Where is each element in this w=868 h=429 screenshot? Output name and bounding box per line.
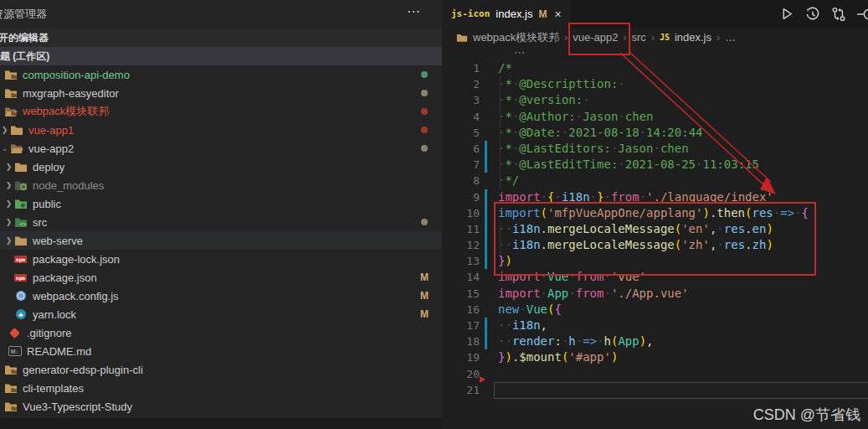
- code-line-2[interactable]: 2·*·@Descripttion:·: [442, 76, 868, 92]
- tree-item-Vue3-Typescript-Study[interactable]: Vue3-Typescript-Study: [0, 397, 442, 416]
- tab-indexjs[interactable]: js-icon index.js M ×: [442, 0, 571, 28]
- code-line-8[interactable]: 8·*/: [442, 173, 868, 189]
- code-line-17[interactable]: 17··i18n,: [442, 318, 868, 333]
- line-number: 8: [442, 173, 480, 189]
- code-line-14[interactable]: 14import·Vue·from·'vue': [442, 269, 868, 285]
- code-line-4[interactable]: 4·*·@Author:·Jason·chen: [442, 109, 868, 125]
- code-line-10[interactable]: 10import('mfpVueAppOne/applang').then(re…: [442, 205, 868, 221]
- git-status-dot: [421, 90, 428, 96]
- tree-item-composition-api-demo[interactable]: composition-api-demo: [0, 65, 442, 84]
- breadcrumb-item-src[interactable]: src: [632, 31, 646, 44]
- breadcrumb-item-vue-app2[interactable]: vue-app2: [573, 31, 618, 44]
- code-line-1[interactable]: 1/*: [442, 60, 868, 76]
- more-actions-icon[interactable]: ⋯: [407, 3, 421, 19]
- tree-item-src[interactable]: ❯<>src: [0, 213, 442, 231]
- tree-item-package-lock.json[interactable]: npmpackage-lock.json: [0, 250, 442, 268]
- tree-item-cli-templates[interactable]: cli-templates: [0, 379, 442, 397]
- chevron-right-icon[interactable]: ❯: [0, 126, 9, 134]
- gutter-change-bar: [485, 205, 487, 221]
- tree-item-deploy[interactable]: ❯deploy: [0, 158, 442, 176]
- tree-item-mxgraph-easyeditor[interactable]: mxgraph-easyeditor: [0, 84, 442, 102]
- tree-item-yarn.lock[interactable]: yarn.lockM: [0, 305, 442, 323]
- line-number: 11: [442, 221, 480, 237]
- chevron-right-icon[interactable]: ❯: [4, 163, 13, 171]
- chevron-right-icon[interactable]: ❯: [4, 236, 13, 245]
- git-status-dot: [421, 145, 428, 152]
- code-line-15[interactable]: 15import·App·from·'./App.vue': [442, 286, 868, 302]
- folder-icon: [9, 124, 23, 136]
- breadcrumb-item-file[interactable]: index.js: [675, 31, 711, 44]
- tree-item-webpack.config.js[interactable]: webpack.config.jsM: [0, 287, 442, 305]
- git-status-dot: [421, 108, 428, 115]
- timeline-icon[interactable]: [805, 7, 820, 22]
- breadcrumb-separator: ›: [651, 32, 655, 44]
- git-status-dot: [421, 71, 428, 78]
- folder-root-icon: [3, 69, 18, 80]
- tree-item-label: package.json: [33, 271, 97, 284]
- tree-item-label: composition-api-demo: [23, 69, 130, 81]
- tree-item-webpack[interactable]: webpack模块联邦: [0, 102, 442, 121]
- breadcrumb-item-project[interactable]: webpack模块联邦: [473, 30, 559, 45]
- gutter-change-bar: [485, 109, 487, 125]
- code-line-5[interactable]: 5·*·@Date:·2021-08-18·14:20:44: [442, 125, 868, 141]
- line-number: 5: [442, 125, 480, 141]
- code-line-6[interactable]: 6·*·@LastEditors:·Jason·chen: [442, 141, 868, 157]
- tree-item-vue-app1[interactable]: ❯vue-app1: [0, 121, 442, 139]
- chevron-right-icon[interactable]: ❯: [4, 199, 13, 208]
- compare-changes-icon[interactable]: [831, 7, 846, 22]
- gutter-change-bar: [485, 253, 487, 269]
- tree-item-.gitignore[interactable]: .gitignore: [0, 323, 442, 342]
- folder-open-icon: [9, 142, 23, 154]
- tree-item-web-serve[interactable]: ❯web-serve: [0, 231, 442, 250]
- split-editor-icon[interactable]: [857, 7, 868, 22]
- tree-item-public[interactable]: ❯public: [0, 194, 442, 213]
- git-status-dot: [421, 127, 428, 133]
- chevron-down-icon[interactable]: ⌄: [0, 144, 9, 152]
- chevron-right-icon[interactable]: ❯: [4, 218, 13, 226]
- code-line-7[interactable]: 7·*·@LastEditTime:·2021-08-25·11:03:15: [442, 157, 868, 173]
- indent-guide: [500, 76, 501, 189]
- line-number: 1: [442, 60, 480, 76]
- gutter-marker-icon: [480, 376, 485, 383]
- yarn-icon: [13, 308, 28, 320]
- line-number: 6: [442, 141, 480, 157]
- npm-icon: npm: [13, 271, 28, 283]
- tree-item-generator-edsp-plugin-cli[interactable]: generator-edsp-plugin-cli: [0, 360, 442, 379]
- editor-actions: [780, 0, 868, 28]
- gutter-change-bar: [485, 286, 487, 302]
- breadcrumb-item-symbol[interactable]: …: [725, 31, 736, 44]
- line-number: 10: [442, 205, 480, 221]
- gutter-change-bar: [485, 141, 487, 157]
- gutter-change-bar: [485, 125, 487, 141]
- tree-item-node_modules[interactable]: ❯node_modules: [0, 176, 442, 194]
- tree-item-label: webpack.config.js: [33, 290, 119, 302]
- gutter-change-bar: [485, 318, 487, 333]
- js-icon: js-icon: [451, 8, 490, 19]
- tab-close-icon[interactable]: ×: [554, 8, 561, 21]
- chevron-right-icon[interactable]: ❯: [4, 181, 13, 189]
- section-workspace[interactable]: 无标题 (工作区): [0, 47, 442, 65]
- line-number: 12: [442, 237, 480, 253]
- tree-item-package.json[interactable]: npmpackage.jsonM: [0, 268, 442, 287]
- section-open-editors[interactable]: 打开的编辑器: [0, 28, 442, 47]
- code-line-3[interactable]: 3·*·@version:·: [442, 92, 868, 108]
- file-tree: composition-api-demomxgraph-easyeditorwe…: [0, 65, 442, 416]
- js-icon: JS: [660, 33, 670, 42]
- gutter-change-bar: [485, 349, 487, 365]
- code-line-9[interactable]: 9import·{·i18n·}·from·'./language/index': [442, 189, 868, 205]
- tree-item-vue-app2[interactable]: ⌄vue-app2: [0, 139, 442, 158]
- tree-item-README.md[interactable]: M↓README.md: [0, 342, 442, 360]
- code-line-18[interactable]: 18··render:·h·=>·h(App),: [442, 333, 868, 349]
- code-area[interactable]: 1/*2·*·@Descripttion:·3·*·@version:·4·*·…: [442, 60, 868, 398]
- gutter-change-bar: [485, 157, 487, 173]
- code-line-16[interactable]: 16new·Vue({: [442, 302, 868, 318]
- code-line-11[interactable]: 11··i18n.mergeLocaleMessage('en',·res.en…: [442, 221, 868, 237]
- code-line-13[interactable]: 13}): [442, 253, 868, 269]
- line-number: 21: [442, 382, 480, 398]
- run-icon[interactable]: [780, 7, 794, 21]
- code-line-12[interactable]: 12··i18n.mergeLocaleMessage('zh',·res.zh…: [442, 237, 868, 253]
- code-line-20[interactable]: 20: [442, 366, 868, 382]
- fold-hint[interactable]: ⋯: [514, 46, 526, 59]
- tree-item-label: Vue3-Typescript-Study: [23, 401, 132, 413]
- code-line-19[interactable]: 19}).$mount('#app'): [442, 349, 868, 365]
